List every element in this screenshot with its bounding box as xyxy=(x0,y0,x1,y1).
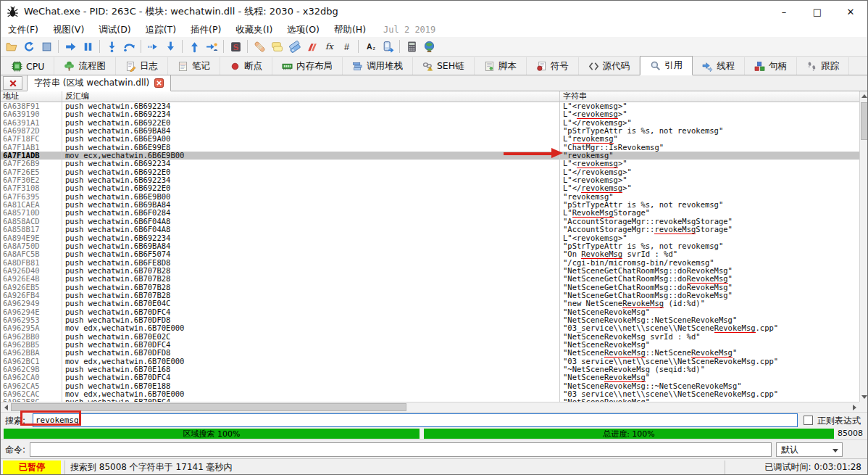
menu-trace[interactable]: 追踪(T) xyxy=(138,22,183,37)
menu-favourites[interactable]: 收藏夹(I) xyxy=(228,22,280,37)
step-over-button[interactable] xyxy=(120,38,138,55)
label-button[interactable] xyxy=(285,38,303,55)
hash-button[interactable]: # xyxy=(338,38,355,55)
menu-view[interactable]: 视图(V) xyxy=(46,22,91,37)
hash-icon: # xyxy=(341,41,353,53)
tab-graph[interactable]: 流程图 xyxy=(54,57,116,75)
view-tab-strings[interactable]: 字符串 (区域 wechatwin.dll) xyxy=(27,75,171,91)
restart-icon xyxy=(23,41,36,53)
highlight-button[interactable] xyxy=(379,38,396,55)
x32dbg-window: WeChat.exe - PID: 263C - 模块: wechatwin.d… xyxy=(0,0,868,475)
script-s-button[interactable]: S xyxy=(227,38,244,55)
column-header-string[interactable]: 字符串 xyxy=(560,91,859,102)
run-user-button[interactable] xyxy=(203,38,220,55)
toolbar-separator xyxy=(358,40,359,53)
string-cell: L"</revokemsg>" xyxy=(560,184,859,192)
tab-script[interactable]: 脚本 xyxy=(475,57,527,75)
tab-cpu[interactable]: CPU xyxy=(2,57,54,75)
tab-memory-map[interactable]: 内存布局 xyxy=(272,57,343,75)
tab-threads[interactable]: 线程 xyxy=(693,57,745,75)
scroll-right-arrow[interactable] xyxy=(849,402,859,412)
close-button[interactable]: ✕ xyxy=(834,1,867,22)
step-into-button[interactable] xyxy=(103,38,120,55)
scroll-down-arrow[interactable] xyxy=(860,392,868,402)
table-row[interactable]: 6A96295Amov edx,wechatwin.6B70E000"03_se… xyxy=(1,324,859,332)
scroll-up-arrow[interactable] xyxy=(860,91,868,101)
string-cell: "03_service\\net\\scene\\NetSceneRevokeM… xyxy=(560,390,859,398)
exec-return-button[interactable] xyxy=(185,38,203,55)
tab-references[interactable]: 引用 xyxy=(640,56,693,75)
tab-seh-chain[interactable]: SEH链 xyxy=(413,57,475,75)
animate-into-button[interactable] xyxy=(144,38,162,55)
tab-handles[interactable]: 句柄 xyxy=(745,57,797,75)
tab-trace[interactable]: 跟踪 xyxy=(797,57,849,75)
disasm-cell: mov edx,wechatwin.6B70E000 xyxy=(62,324,560,332)
command-input[interactable] xyxy=(30,442,772,457)
tab-label: 笔记 xyxy=(192,60,210,73)
open-folder-button[interactable] xyxy=(3,38,20,55)
fx-icon: fx xyxy=(323,41,335,53)
run-button[interactable] xyxy=(62,38,79,55)
table-row[interactable]: 6A858B17push wechatwin.6B6F04A8"AccountS… xyxy=(1,226,859,234)
bookmark-button[interactable] xyxy=(303,38,320,55)
tab-log[interactable]: 日志 xyxy=(116,57,168,75)
command-profile-dropdown[interactable]: 默认 xyxy=(776,442,843,457)
script-icon xyxy=(484,61,495,72)
string-cell: L"revokemsg" xyxy=(560,135,859,143)
close-all-views-button[interactable] xyxy=(3,76,22,90)
tab-symbols[interactable]: 符号 xyxy=(527,57,579,75)
table-row[interactable]: 6A926E4Bpush wechatwin.6B707B28"NetScene… xyxy=(1,275,859,283)
tab-notes[interactable]: 笔记 xyxy=(168,57,220,75)
regex-checkbox[interactable] xyxy=(804,416,813,425)
restart-button[interactable] xyxy=(20,38,38,55)
maximize-button[interactable]: □ xyxy=(801,1,834,22)
table-row[interactable]: 6A639190push wechatwin.6B692234L"<revoke… xyxy=(1,110,859,118)
tab-source[interactable]: 源代码 xyxy=(579,57,640,75)
menu-debug[interactable]: 调试(D) xyxy=(91,22,138,37)
table-row[interactable]: 6A962949push wechatwin.6B70E04C"new NetS… xyxy=(1,300,859,307)
run-icon xyxy=(64,41,77,53)
column-header-address[interactable]: 地址 xyxy=(1,91,62,102)
build-date: Jul 2 2019 xyxy=(383,25,435,35)
table-row[interactable]: 6A962CA0push wechatwin.6B70DFC4"NetScene… xyxy=(1,373,859,381)
fx-button[interactable]: fx xyxy=(320,38,338,55)
table-row[interactable]: 6A962BBApush wechatwin.6B70DFD8"NetScene… xyxy=(1,349,859,357)
calculator-button[interactable] xyxy=(403,38,420,55)
search-match: RevokeMsg xyxy=(604,308,646,316)
patch-button[interactable] xyxy=(251,38,268,55)
scroll-left-arrow[interactable] xyxy=(1,402,11,412)
search-input[interactable] xyxy=(33,413,798,427)
search-match: RevokeMsg xyxy=(604,373,646,381)
menubar: 文件(F)视图(V)调试(D)追踪(T)插件(P)收藏夹(I)选项(O)帮助(H… xyxy=(1,22,867,37)
menu-plugins[interactable]: 插件(P) xyxy=(183,22,228,37)
globe-button[interactable] xyxy=(420,38,438,55)
horizontal-scrollbar[interactable] xyxy=(1,402,859,412)
vertical-scroll-thumb[interactable] xyxy=(861,102,868,140)
string-cell: "new NetSceneRevokeMsg (id:%d)" xyxy=(560,300,859,307)
svg-text:S: S xyxy=(233,42,238,51)
run-user-icon xyxy=(206,41,218,53)
menu-help[interactable]: 帮助(H) xyxy=(327,22,373,37)
pause-button[interactable] xyxy=(79,38,96,55)
search-match: RevokeMsg xyxy=(714,358,756,365)
search-match: RevokeMsg xyxy=(604,316,646,324)
menu-options[interactable]: 选项(O) xyxy=(280,22,327,37)
az-button[interactable]: Az xyxy=(362,38,379,55)
tab-call-stack[interactable]: 调用堆栈 xyxy=(343,57,413,75)
tab-label: 脚本 xyxy=(498,60,517,73)
comment-button[interactable] xyxy=(268,38,285,55)
stop-button[interactable] xyxy=(38,38,55,55)
menu-file[interactable]: 文件(F) xyxy=(1,22,46,37)
vertical-scrollbar[interactable] xyxy=(859,91,868,402)
search-match: revokemsg xyxy=(572,135,614,143)
close-view-icon[interactable] xyxy=(154,78,164,88)
table-row[interactable]: 6A8AFC5Bpush wechatwin.6B6F5074"On Revok… xyxy=(1,250,859,258)
string-cell: L"</revokemsg>" xyxy=(560,168,859,176)
animate-into-icon xyxy=(147,41,159,53)
tab-breakpoints[interactable]: 断点 xyxy=(220,57,272,75)
search-match: RevokeMsg xyxy=(696,382,737,390)
step-down-button[interactable] xyxy=(162,38,179,55)
minimize-button[interactable]: – xyxy=(767,1,801,22)
column-header-disasm[interactable]: 反汇编 xyxy=(62,91,560,102)
search-match: RevokeMsg xyxy=(687,284,728,292)
